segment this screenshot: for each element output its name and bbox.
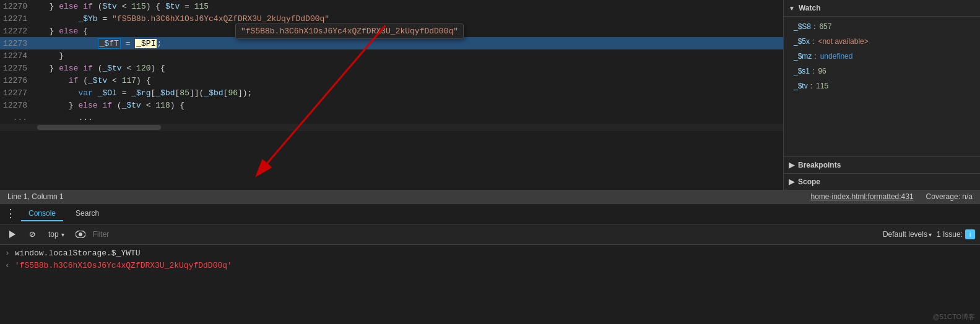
watch-item-name: _$tv bbox=[794, 80, 808, 92]
line-number: ... bbox=[0, 113, 37, 122]
filter-toggle-button[interactable] bbox=[73, 227, 88, 242]
entry-arrow-right: › bbox=[5, 249, 10, 258]
console-entry: ‹ 'fS5B8b.h3C6hX1OsJ6Yc4xQZfDRX3U_2kUqyf… bbox=[0, 260, 980, 272]
console-entry-text-result: 'fS5B8b.h3C6hX1OsJ6Yc4xQZfDRX3U_2kUqyfDd… bbox=[15, 261, 232, 270]
line-content: } else if ($tv < 115) { $tv = 115 bbox=[37, 2, 783, 11]
more-options-button[interactable]: ⋮ bbox=[5, 208, 16, 220]
line-number: 12275 bbox=[0, 64, 37, 73]
watch-item: _$S8 : 657 bbox=[784, 19, 980, 34]
play-icon bbox=[8, 230, 17, 239]
breakpoints-header[interactable]: ▶ Breakpoints bbox=[784, 157, 980, 174]
line-content: ... bbox=[37, 113, 783, 122]
entry-arrow-left: ‹ bbox=[5, 261, 10, 270]
table-row: 12278 } else if (_$tv < 118) { bbox=[0, 99, 783, 111]
watch-item-value: undefined bbox=[820, 51, 853, 62]
code-lines: 12270 } else if ($tv < 115) { $tv = 115 … bbox=[0, 0, 783, 124]
table-row: 12277 var _$Ol = _$rg[_$bd[85]](_$bd[96]… bbox=[0, 87, 783, 99]
top-section: 12270 } else if ($tv < 115) { $tv = 115 … bbox=[0, 0, 980, 190]
eye-icon bbox=[76, 231, 85, 238]
table-row: 12270 } else if ($tv < 115) { $tv = 115 bbox=[0, 0, 783, 12]
watch-colon: : bbox=[810, 80, 812, 92]
watch-item-value: 657 bbox=[819, 21, 831, 32]
variable-rhs: _$PI bbox=[135, 39, 157, 48]
line-number: 12271 bbox=[0, 14, 37, 23]
watch-item-value: <not available> bbox=[818, 36, 868, 47]
console-content: › window.localStorage.$_YWTU ‹ 'fS5B8b.h… bbox=[0, 245, 980, 324]
line-number: 12274 bbox=[0, 51, 37, 61]
watch-title: Watch bbox=[799, 4, 821, 12]
watch-item: _$5x : <not available> bbox=[784, 34, 980, 49]
table-row: 12271 _$Yb = "fS5B8b.h3C6hX1OsJ6Yc4xQZfD… bbox=[0, 12, 783, 25]
watch-item: _$mz : undefined bbox=[784, 49, 980, 64]
line-number: 12276 bbox=[0, 76, 37, 85]
file-link[interactable]: home-index.html:formatted:431 bbox=[811, 192, 914, 201]
line-number: 12273 bbox=[0, 39, 37, 48]
table-row: 12276 if (_$tv < 117) { bbox=[0, 74, 783, 87]
console-toolbar: ⋮ Console Search bbox=[0, 204, 980, 224]
issues-badge[interactable]: 1 Issue: i bbox=[937, 229, 975, 239]
svg-marker-2 bbox=[9, 231, 15, 238]
issues-icon: i bbox=[965, 229, 975, 239]
line-content: var _$Ol = _$rg[_$bd[85]](_$bd[96]); bbox=[37, 88, 783, 98]
tab-console[interactable]: Console bbox=[21, 207, 63, 221]
coverage-status: Coverage: n/a bbox=[926, 192, 973, 201]
console-filter-bar: ⊘ top ▾ Default levels ▾ 1 Is bbox=[0, 224, 980, 245]
watch-header[interactable]: ▼ Watch bbox=[784, 0, 980, 17]
watch-item-name: _$s1 bbox=[794, 66, 810, 77]
table-row: 12273 _$fT = _$PI; bbox=[0, 37, 783, 49]
main-container: 12270 } else if ($tv < 115) { $tv = 115 … bbox=[0, 0, 980, 324]
watermark: @51CTO博客 bbox=[933, 312, 975, 322]
line-content: _$fT = _$PI; bbox=[37, 39, 783, 48]
watch-item: _$tv : 115 bbox=[784, 79, 980, 93]
right-panel: ▼ Watch _$S8 : 657 _$5x : <not available… bbox=[783, 0, 980, 190]
svg-point-4 bbox=[79, 232, 82, 236]
scope-title: Scope bbox=[798, 177, 820, 186]
console-entry-text: window.localStorage.$_YWTU bbox=[15, 249, 141, 258]
line-number: 12272 bbox=[0, 27, 37, 36]
watch-item-value: 96 bbox=[818, 66, 826, 77]
table-row: ... ... bbox=[0, 111, 783, 124]
variable-highlight: _$fT bbox=[98, 38, 121, 49]
status-bar: Line 1, Column 1 home-index.html:formatt… bbox=[0, 190, 980, 203]
default-levels-label: Default levels bbox=[883, 230, 927, 239]
watch-colon: : bbox=[814, 51, 816, 62]
watch-item-name: _$S8 bbox=[794, 21, 811, 32]
line-content: } bbox=[37, 51, 783, 61]
filter-input[interactable] bbox=[93, 230, 878, 239]
default-levels-dropdown[interactable]: Default levels ▾ bbox=[883, 230, 932, 239]
scope-collapse-arrow: ▶ bbox=[789, 177, 794, 186]
watch-items: _$S8 : 657 _$5x : <not available> _$mz :… bbox=[784, 17, 980, 96]
default-levels-arrow: ▾ bbox=[929, 231, 932, 238]
execute-button[interactable] bbox=[5, 227, 20, 242]
scrollbar-thumb[interactable] bbox=[37, 125, 161, 130]
watch-item-name: _$mz bbox=[794, 51, 812, 62]
line-content: } else if (_$tv < 120) { bbox=[37, 64, 783, 73]
issues-label: 1 Issue: bbox=[937, 230, 963, 239]
watch-item-value: 115 bbox=[816, 80, 828, 92]
console-entry: › window.localStorage.$_YWTU bbox=[0, 247, 980, 260]
clear-button[interactable]: ⊘ bbox=[25, 227, 40, 242]
line-number: 12270 bbox=[0, 2, 37, 11]
cursor-position: Line 1, Column 1 bbox=[7, 192, 64, 201]
watch-collapse-arrow: ▼ bbox=[789, 5, 795, 12]
line-number: 12278 bbox=[0, 101, 37, 110]
context-dropdown[interactable]: top ▾ bbox=[45, 229, 68, 240]
filter-container bbox=[93, 230, 878, 239]
console-toolbar-right: Default levels ▾ 1 Issue: i bbox=[883, 229, 975, 239]
watch-item: _$s1 : 96 bbox=[784, 64, 980, 79]
line-content: } else if (_$tv < 118) { bbox=[37, 101, 783, 110]
tooltip-value: "fS5B8b.h3C6hX1OsJ6Yc4xQZfDRX3U_2kUqyfDd… bbox=[241, 27, 458, 36]
dropdown-arrow: ▾ bbox=[61, 231, 64, 238]
breakpoints-collapse-arrow: ▶ bbox=[789, 161, 794, 169]
horizontal-scrollbar[interactable] bbox=[0, 124, 783, 131]
hover-tooltip: "fS5B8b.h3C6hX1OsJ6Yc4xQZfDRX3U_2kUqyfDd… bbox=[235, 23, 464, 39]
tab-search[interactable]: Search bbox=[68, 207, 106, 221]
scope-header[interactable]: ▶ Scope bbox=[784, 174, 980, 190]
watch-colon: : bbox=[812, 66, 814, 77]
console-panel: ⋮ Console Search ⊘ top ▾ bbox=[0, 203, 980, 324]
code-editor: 12270 } else if ($tv < 115) { $tv = 115 … bbox=[0, 0, 783, 190]
line-content: if (_$tv < 117) { bbox=[37, 76, 783, 85]
table-row: 12275 } else if (_$tv < 120) { bbox=[0, 62, 783, 74]
line-number: 12277 bbox=[0, 88, 37, 98]
breakpoints-title: Breakpoints bbox=[798, 161, 841, 169]
